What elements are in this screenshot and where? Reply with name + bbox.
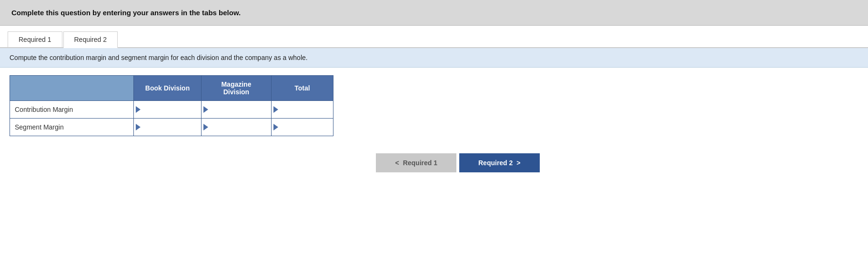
footer-nav: < Required 1 Required 2 > [48,144,868,184]
header-instruction: Complete this question by entering your … [11,9,241,17]
row-label-segment-margin: Segment Margin [10,119,134,136]
contribution-margin-magazine[interactable] [202,101,272,119]
page-wrapper: Complete this question by entering your … [0,0,868,279]
instruction-text: Compute the contribution margin and segm… [10,54,308,61]
table-container: Book Division MagazineDivision Total Con [0,68,868,144]
table-header-row: Book Division MagazineDivision Total [10,76,333,101]
arrow-icon [203,106,208,113]
prev-button[interactable]: < Required 1 [376,153,456,172]
segment-margin-magazine-input[interactable] [210,119,271,136]
tab-required2[interactable]: Required 2 [63,31,118,48]
tabs-row: Required 1 Required 2 [0,26,868,48]
col-header-total: Total [271,76,333,101]
next-button-label: Required 2 [478,159,513,167]
contribution-margin-book[interactable] [134,101,202,119]
table-row: Contribution Margin [10,101,333,119]
next-button[interactable]: Required 2 > [459,153,540,172]
table-row: Segment Margin [10,119,333,136]
segment-margin-total-input[interactable] [280,119,333,136]
segment-margin-book[interactable] [134,119,202,136]
content-area: Required 1 Required 2 Compute the contri… [0,26,868,279]
data-table: Book Division MagazineDivision Total Con [10,75,333,136]
next-arrow: > [516,159,520,167]
prev-arrow: < [395,159,399,167]
header-banner: Complete this question by entering your … [0,0,868,26]
arrow-icon [136,124,141,130]
arrow-icon [203,124,208,130]
prev-button-label: Required 1 [403,159,437,167]
arrow-icon [273,106,278,113]
tab-required1[interactable]: Required 1 [8,31,62,47]
instruction-bar: Compute the contribution margin and segm… [0,48,868,68]
arrow-icon [136,106,141,113]
row-label-contribution-margin: Contribution Margin [10,101,134,119]
col-header-magazine-division: MagazineDivision [202,76,272,101]
segment-margin-magazine[interactable] [202,119,272,136]
arrow-icon [273,124,278,130]
col-header-label [10,76,134,101]
segment-margin-book-input[interactable] [142,119,201,136]
contribution-margin-total-input[interactable] [280,101,333,118]
contribution-margin-total[interactable] [271,101,333,119]
segment-margin-total[interactable] [271,119,333,136]
contribution-margin-magazine-input[interactable] [210,101,271,118]
col-header-book-division: Book Division [134,76,202,101]
contribution-margin-book-input[interactable] [142,101,201,118]
